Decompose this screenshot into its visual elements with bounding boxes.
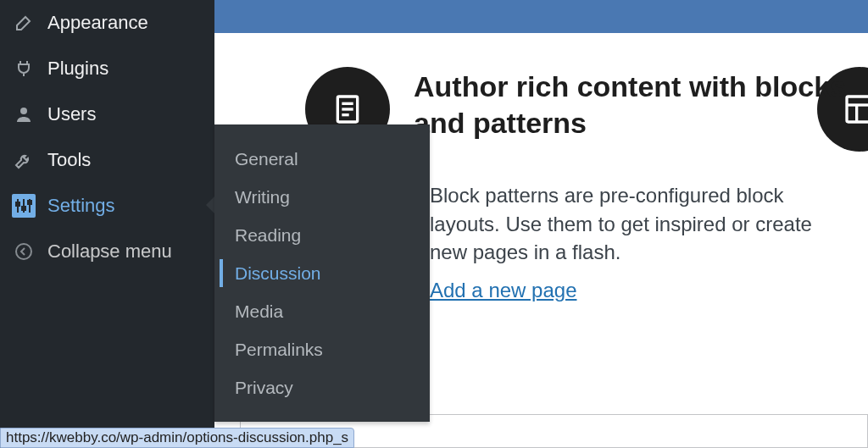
submenu-item-writing[interactable]: Writing: [214, 178, 430, 216]
submenu-label: Permalinks: [235, 340, 323, 360]
admin-sidebar: Appearance Plugins Users Tools: [0, 0, 214, 448]
page-icon: [331, 92, 364, 126]
sidebar-item-label: Users: [47, 103, 96, 125]
plug-icon: [12, 57, 36, 80]
wrench-icon: [12, 148, 36, 172]
sidebar-item-plugins[interactable]: Plugins: [0, 46, 214, 91]
submenu-item-privacy[interactable]: Privacy: [214, 368, 430, 407]
submenu-label: Media: [235, 301, 283, 322]
svg-point-7: [16, 244, 31, 259]
sidebar-item-label: Plugins: [47, 58, 108, 80]
sidebar-item-users[interactable]: Users: [0, 91, 214, 137]
sidebar-item-appearance[interactable]: Appearance: [0, 0, 214, 46]
add-new-page-link[interactable]: Add a new page: [430, 279, 576, 302]
sidebar-item-label: Collapse menu: [47, 241, 172, 263]
svg-point-0: [20, 108, 27, 114]
submenu-label: General: [235, 149, 298, 169]
sidebar-item-tools[interactable]: Tools: [0, 137, 214, 183]
submenu-label: Discussion: [235, 263, 321, 284]
submenu-item-media[interactable]: Media: [214, 292, 430, 330]
sidebar-item-label: Settings: [47, 195, 115, 217]
banner-strip: [214, 0, 868, 33]
panel-heading: Author rich content with blocks and patt…: [414, 69, 854, 141]
sidebar-item-collapse[interactable]: Collapse menu: [0, 229, 214, 274]
sidebar-item-settings[interactable]: Settings: [0, 183, 214, 229]
submenu-label: Privacy: [235, 378, 293, 398]
submenu-item-reading[interactable]: Reading: [214, 216, 430, 254]
brush-icon: [12, 11, 36, 35]
submenu-item-permalinks[interactable]: Permalinks: [214, 330, 430, 368]
sidebar-item-label: Tools: [47, 149, 91, 171]
user-icon: [12, 102, 36, 126]
sidebar-item-label: Appearance: [47, 12, 148, 34]
submenu-label: Writing: [235, 187, 290, 207]
collapse-icon: [12, 240, 36, 263]
statusbar-url: https://kwebby.co/wp-admin/options-discu…: [6, 429, 348, 446]
panel-description: Block patterns are pre-configured block …: [430, 181, 854, 267]
browser-statusbar: https://kwebby.co/wp-admin/options-discu…: [0, 428, 354, 448]
settings-submenu: General Writing Reading Discussion Media…: [214, 124, 430, 422]
submenu-item-general[interactable]: General: [214, 140, 430, 178]
submenu-label: Reading: [235, 225, 301, 246]
submenu-item-discussion[interactable]: Discussion: [214, 254, 430, 292]
sliders-icon: [12, 194, 36, 218]
